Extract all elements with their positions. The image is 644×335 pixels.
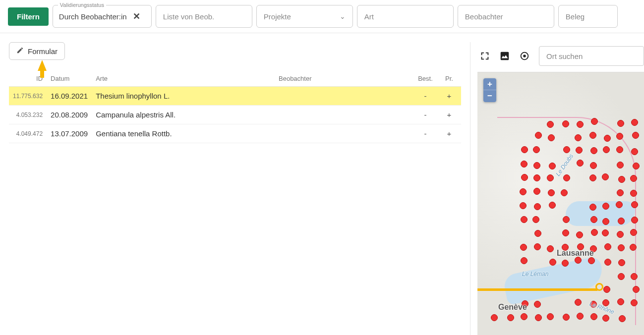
cell-observer [275, 106, 413, 124]
zoom-control: + − [483, 78, 496, 102]
observation-dot[interactable] [590, 147, 597, 154]
observation-dot[interactable] [547, 245, 554, 252]
annotation-pointer-icon [477, 287, 597, 291]
zoom-out-button[interactable]: − [483, 90, 496, 102]
observation-dot[interactable] [591, 118, 598, 125]
observation-dot[interactable] [617, 231, 624, 238]
observation-dot[interactable] [520, 244, 527, 251]
table-row[interactable]: 4.053.23220.08.2009Campanula alpestris A… [9, 106, 461, 124]
observation-dot[interactable] [633, 286, 640, 293]
species-input[interactable] [357, 5, 454, 28]
observation-dot[interactable] [591, 229, 598, 236]
observation-dot[interactable] [631, 299, 638, 306]
species-field[interactable] [364, 12, 446, 21]
observation-dot[interactable] [575, 134, 582, 141]
observation-dot[interactable] [563, 216, 570, 223]
observation-dot[interactable] [618, 259, 625, 266]
observation-dot[interactable] [533, 146, 540, 153]
observation-dot[interactable] [633, 163, 640, 169]
locate-icon[interactable] [519, 51, 530, 61]
observation-dot[interactable] [521, 146, 528, 153]
observation-dot[interactable] [533, 162, 540, 169]
observation-dot[interactable] [521, 257, 527, 264]
observation-dot[interactable] [603, 286, 610, 293]
observation-dot[interactable] [617, 120, 624, 127]
map-canvas[interactable]: + − Lausanne Genève Le Léman Le Doubs Le… [477, 72, 644, 335]
observation-dot[interactable] [632, 132, 639, 139]
observation-dot[interactable] [602, 203, 609, 210]
observer-field[interactable] [465, 12, 547, 21]
observation-dot[interactable] [617, 162, 624, 168]
map-label-geneve: Genève [498, 303, 527, 312]
cell-id: 11.775.632 [9, 87, 47, 106]
observation-dot[interactable] [603, 146, 610, 153]
filter-button[interactable]: Filtern [8, 7, 49, 26]
annotation-arrow-icon [38, 60, 47, 71]
observation-dot[interactable] [630, 190, 637, 197]
cell-date: 13.07.2009 [47, 124, 92, 143]
cell-best: - [413, 124, 437, 143]
observation-dot[interactable] [533, 174, 540, 181]
projects-select[interactable]: Projekte ⌄ [256, 5, 353, 28]
observation-dot[interactable] [535, 314, 542, 321]
observation-dot[interactable] [577, 160, 584, 167]
observation-dot[interactable] [602, 315, 609, 322]
observation-dot[interactable] [588, 257, 595, 264]
formular-button[interactable]: Formular [9, 42, 65, 60]
col-best[interactable]: Best. [413, 64, 437, 87]
observer-input[interactable] [458, 5, 554, 28]
observation-dot[interactable] [630, 175, 637, 182]
voucher-input[interactable] [558, 5, 618, 28]
cell-observer [275, 87, 413, 106]
observation-dot[interactable] [590, 162, 597, 169]
validation-status-filter[interactable]: Validierungsstatus Durch Beobachter:in ✕ [53, 5, 152, 28]
map-label-leman: Le Léman [522, 271, 548, 278]
formular-label: Formular [28, 47, 58, 56]
observation-dot[interactable] [549, 202, 556, 209]
observation-dot[interactable] [563, 174, 570, 181]
observation-dot[interactable] [631, 119, 638, 126]
observation-dot[interactable] [521, 174, 528, 181]
voucher-field[interactable] [566, 12, 610, 21]
observation-dot[interactable] [575, 299, 582, 306]
table-row[interactable]: 11.775.63216.09.2021Thesium linophyllon … [9, 87, 461, 106]
place-search-input[interactable] [539, 46, 644, 66]
observation-dot[interactable] [604, 135, 611, 142]
col-pr[interactable]: Pr. [437, 64, 461, 87]
col-date[interactable]: Datum [47, 64, 92, 87]
close-icon[interactable]: ✕ [133, 11, 140, 22]
observation-dot[interactable] [521, 216, 527, 223]
table-row[interactable]: 4.049.47213.07.2009Gentiana tenella Rott… [9, 124, 461, 143]
list-of-obs-input[interactable] [156, 5, 252, 28]
observation-dot[interactable] [619, 315, 626, 322]
cell-pr: + [437, 106, 461, 124]
observation-dot[interactable] [618, 244, 625, 251]
cell-pr: + [437, 87, 461, 106]
cell-id: 4.053.232 [9, 106, 47, 124]
observation-dot[interactable] [616, 146, 623, 153]
validation-status-value: Durch Beobachter:in [59, 12, 127, 21]
col-observer[interactable]: Beobachter [275, 64, 413, 87]
cell-species: Thesium linophyllon L. [92, 87, 275, 106]
list-of-obs-field[interactable] [163, 12, 245, 21]
observation-dot[interactable] [590, 313, 597, 320]
observation-dot[interactable] [534, 243, 541, 250]
cell-best: - [413, 106, 437, 124]
zoom-in-button[interactable]: + [483, 78, 496, 90]
observation-dot[interactable] [521, 313, 527, 320]
observation-dot[interactable] [547, 121, 554, 128]
observation-dot[interactable] [548, 189, 555, 196]
fullscreen-icon[interactable] [479, 51, 490, 61]
observation-dot[interactable] [631, 217, 638, 223]
observation-dot[interactable] [577, 121, 584, 128]
place-search-field[interactable] [546, 52, 637, 60]
observation-dot[interactable] [548, 134, 555, 141]
image-icon[interactable] [499, 51, 510, 61]
observation-dot[interactable] [589, 204, 596, 211]
observation-dot[interactable] [616, 133, 623, 140]
col-species[interactable]: Arte [92, 64, 275, 87]
observation-dot[interactable] [617, 298, 624, 305]
observation-dot[interactable] [602, 218, 609, 225]
observation-dot[interactable] [521, 161, 527, 168]
observation-dot[interactable] [604, 259, 611, 266]
